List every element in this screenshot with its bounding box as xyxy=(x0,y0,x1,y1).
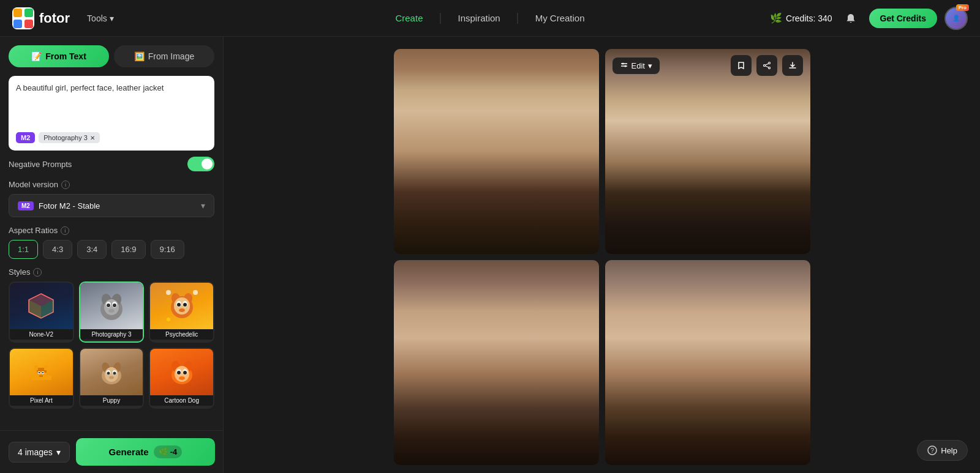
share-button[interactable] xyxy=(756,55,777,76)
chevron-down-icon: ▾ xyxy=(201,201,205,210)
image-result-4 xyxy=(605,260,810,465)
prompt-tags: M2 Photography 3 ✕ xyxy=(16,132,207,143)
svg-line-66 xyxy=(765,64,768,65)
image-action-buttons xyxy=(731,55,803,76)
tag-close-button[interactable]: ✕ xyxy=(90,135,95,141)
style-cartoon-dog-label: Cartoon Dog xyxy=(150,395,213,406)
style-none-v2[interactable]: None-V2 xyxy=(9,281,74,343)
svg-rect-30 xyxy=(32,375,37,380)
svg-point-61 xyxy=(622,63,624,65)
bottom-bar: 4 images ▾ Generate 🌿 -4 xyxy=(0,430,224,473)
svg-rect-1 xyxy=(13,9,22,17)
style-pixel-label: Pixel Art xyxy=(10,395,73,406)
content-area: Edit ▾ xyxy=(224,37,980,473)
from-text-button[interactable]: 📝 From Text xyxy=(9,45,109,67)
style-puppy-thumb xyxy=(80,349,143,395)
model-info-icon[interactable]: i xyxy=(61,181,70,189)
style-cartoon-dog[interactable]: Cartoon Dog xyxy=(149,348,214,409)
svg-rect-2 xyxy=(24,9,33,17)
ratio-3-4[interactable]: 3:4 xyxy=(77,240,107,259)
help-button[interactable]: ? Help xyxy=(917,440,968,461)
svg-point-65 xyxy=(768,67,770,69)
ratio-4-3[interactable]: 4:3 xyxy=(43,240,72,259)
image-result-1 xyxy=(394,49,599,254)
credits-leaf-icon: 🌿 xyxy=(770,12,782,24)
style-pixel-thumb xyxy=(10,349,73,395)
prompt-area: M2 Photography 3 ✕ xyxy=(9,76,214,151)
svg-point-57 xyxy=(183,371,187,374)
negative-prompts-row: Negative Prompts xyxy=(9,157,214,171)
ratio-1-1[interactable]: 1:1 xyxy=(9,240,38,259)
model-select[interactable]: M2 Fotor M2 - Stable ▾ xyxy=(9,194,214,217)
sidebar: 📝 From Text 🖼️ From Image M2 Photography… xyxy=(0,37,224,473)
notification-button[interactable] xyxy=(840,7,862,29)
svg-point-47 xyxy=(107,372,110,375)
chevron-down-icon: ▾ xyxy=(648,61,652,70)
style-photography3-label: Photography 3 xyxy=(80,329,143,340)
tag-m2: M2 xyxy=(16,132,35,143)
from-image-button[interactable]: 🖼️ From Image xyxy=(114,45,214,67)
image-overlay: Edit ▾ xyxy=(605,49,810,82)
style-none-v2-label: None-V2 xyxy=(10,329,73,340)
svg-point-44 xyxy=(105,367,118,382)
logo-text: fotor xyxy=(39,10,70,26)
nav-create[interactable]: Create xyxy=(378,8,440,28)
svg-rect-39 xyxy=(42,372,43,373)
svg-rect-35 xyxy=(44,365,48,370)
logo-icon xyxy=(12,7,34,29)
svg-point-62 xyxy=(624,65,626,67)
svg-text:?: ? xyxy=(930,447,934,454)
header-right: 🌿 Credits: 340 Get Credits Pro 👤 xyxy=(770,7,968,30)
style-psychedelic-thumb xyxy=(150,283,213,329)
svg-point-64 xyxy=(763,65,765,67)
avatar-pro-badge: Pro xyxy=(956,4,969,11)
header: fotor Tools ▾ Create Inspiration My Crea… xyxy=(0,0,980,37)
ratio-16-9[interactable]: 16:9 xyxy=(111,240,145,259)
svg-point-48 xyxy=(113,372,116,375)
style-pixel[interactable]: Pixel Art xyxy=(9,348,74,409)
ratio-9-16[interactable]: 9:16 xyxy=(151,240,184,259)
leaf-icon: 🌿 xyxy=(159,447,168,456)
style-none-v2-thumb xyxy=(10,283,73,329)
svg-line-67 xyxy=(765,66,768,67)
svg-point-12 xyxy=(104,299,119,315)
svg-point-27 xyxy=(166,290,171,295)
download-button[interactable] xyxy=(782,55,803,76)
nav-inspiration[interactable]: Inspiration xyxy=(440,8,517,28)
svg-rect-3 xyxy=(13,20,22,28)
generate-button[interactable]: Generate 🌿 -4 xyxy=(76,438,215,466)
bookmark-button[interactable] xyxy=(731,55,752,76)
svg-point-26 xyxy=(179,308,185,312)
svg-point-29 xyxy=(167,318,170,321)
nav-my-creation[interactable]: My Creation xyxy=(518,8,602,28)
aspect-ratios-info-icon[interactable]: i xyxy=(61,226,69,235)
styles-label: Styles i xyxy=(9,267,214,277)
text-icon: 📝 xyxy=(31,51,42,61)
svg-point-56 xyxy=(177,371,181,374)
aspect-ratios-buttons: 1:1 4:3 3:4 16:9 9:16 xyxy=(9,240,214,259)
logo[interactable]: fotor xyxy=(12,7,70,29)
avatar[interactable]: Pro 👤 xyxy=(944,7,968,30)
svg-point-17 xyxy=(108,309,115,313)
credits-button[interactable]: 🌿 Credits: 340 xyxy=(770,12,832,24)
style-photography3[interactable]: Photography 3 xyxy=(79,281,145,343)
images-grid: Edit ▾ xyxy=(394,49,810,465)
edit-button[interactable]: Edit ▾ xyxy=(612,58,660,74)
get-credits-button[interactable]: Get Credits xyxy=(869,9,937,28)
svg-point-63 xyxy=(768,62,770,64)
style-puppy[interactable]: Puppy xyxy=(79,348,145,409)
styles-section: Styles i None-V2 xyxy=(9,267,214,409)
prompt-textarea[interactable] xyxy=(16,83,207,126)
style-photography3-thumb xyxy=(80,283,143,329)
model-version-label: Model version i xyxy=(9,180,214,189)
styles-info-icon[interactable]: i xyxy=(33,268,42,277)
style-psychedelic[interactable]: Psychedelic xyxy=(149,281,214,343)
negative-prompts-toggle[interactable] xyxy=(187,157,214,171)
style-puppy-label: Puppy xyxy=(80,395,143,406)
style-psychedelic-label: Psychedelic xyxy=(150,329,213,340)
svg-point-16 xyxy=(113,304,116,307)
tools-menu-button[interactable]: Tools ▾ xyxy=(82,11,119,26)
images-count-select[interactable]: 4 images ▾ xyxy=(9,442,70,463)
svg-rect-38 xyxy=(39,372,40,373)
svg-point-25 xyxy=(183,303,187,307)
